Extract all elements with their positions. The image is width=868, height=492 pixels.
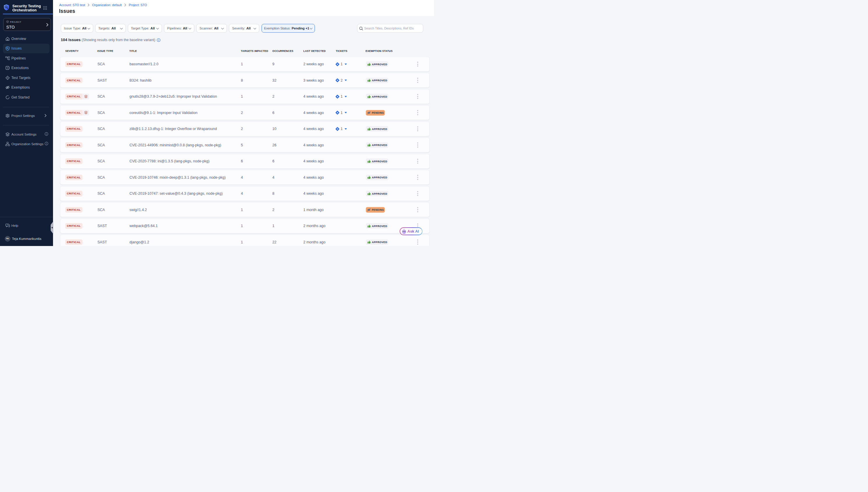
svg-text:?: ? bbox=[7, 224, 8, 226]
